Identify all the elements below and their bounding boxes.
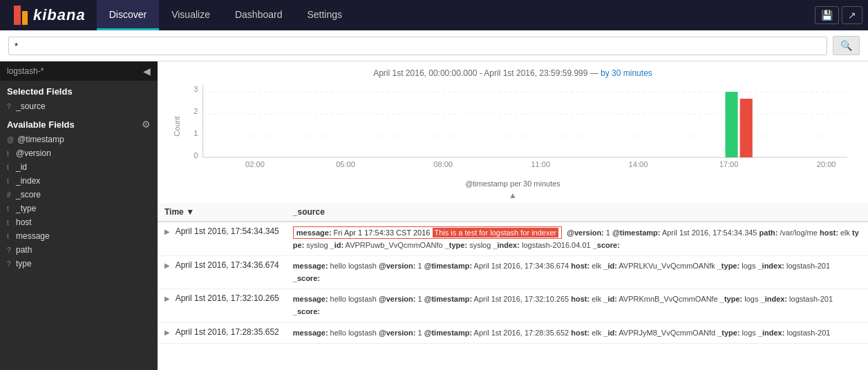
col-header-source: _source [286,203,868,222]
table-cell-source: message: hello logstash @version: 1 @tim… [286,322,868,344]
field-type-id: t [7,164,12,171]
chart-date-range: April 1st 2016, 00:00:00.000 - April 1st… [171,68,854,78]
field-index[interactable]: t _index [0,174,158,188]
field-type-version: t [7,150,12,157]
field-path[interactable]: ? path [0,243,158,257]
nav-dashboard[interactable]: Dashboard [223,0,295,30]
index-name: logstash-* [7,66,44,76]
nav-visualize[interactable]: Visualize [159,0,223,30]
share-button[interactable]: ↗ [842,6,862,24]
table-cell-source: message: Fri Apr 1 17:54:33 CST 2016 Thi… [286,222,868,256]
svg-text:1: 1 [194,129,198,137]
available-fields-header: Available Fields ⚙ [0,113,158,133]
source-rest-3: message: hello logstash @version: 1 @tim… [293,295,833,315]
chart-container: 3 2 1 0 Count 02:00 05:00 08:00 11:00 14… [171,81,854,178]
table-cell-time: ▶ April 1st 2016, 17:28:35.652 [158,322,286,344]
field-name-host: host [16,217,32,227]
logo-text: kibana [33,6,86,24]
field-name-timestamp: @timestamp [17,135,64,144]
field-type-score: # [7,191,12,199]
field-id[interactable]: t _id [0,160,158,174]
svg-rect-17 [725,92,737,157]
table-row: ▶ April 1st 2016, 17:54:34.345 message: … [158,222,868,256]
field-message[interactable]: t message [0,229,158,243]
svg-text:05:00: 05:00 [336,160,355,168]
col-header-time[interactable]: Time ▼ [158,203,286,222]
field-host[interactable]: t host [0,215,158,229]
field-type-index: t [7,177,12,185]
sidebar: logstash-* ◀ Selected Fields ? _source A… [0,61,158,370]
chart-date-link[interactable]: by 30 minutes [601,68,652,78]
field-score[interactable]: # _score [0,188,158,202]
field-name-type: _type [16,204,36,213]
field-type-source: ? [7,103,12,110]
table-cell-time: ▶ April 1st 2016, 17:34:36.674 [158,256,286,289]
field-type-timestamp: @ [7,136,14,144]
svg-text:17:00: 17:00 [719,160,739,168]
svg-text:2: 2 [194,107,198,115]
selected-fields-title: Selected Fields [0,81,158,99]
expand-button[interactable]: ▶ [164,262,170,269]
expand-button[interactable]: ▶ [164,329,170,336]
table-row: ▶ April 1st 2016, 17:34:36.674 message: … [158,256,868,289]
expand-button[interactable]: ▶ [164,228,170,235]
svg-text:20:00: 20:00 [817,160,836,168]
selected-field-source[interactable]: ? _source [0,99,158,113]
sidebar-collapse-arrow[interactable]: ◀ [143,66,151,77]
svg-text:08:00: 08:00 [433,160,453,168]
field-type-typef: ? [7,260,12,268]
nav-discover[interactable]: Discover [97,0,159,30]
source-highlight: message: Fri Apr 1 17:54:33 CST 2016 Thi… [293,226,562,239]
nav-actions: 💾 ↗ [815,6,868,24]
search-input[interactable] [8,37,827,55]
table-cell-time: ▶ April 1st 2016, 17:54:34.345 [158,222,286,256]
table-cell-source: message: hello logstash @version: 1 @tim… [286,256,868,289]
field-timestamp[interactable]: @ @timestamp [0,133,158,146]
table-row: ▶ April 1st 2016, 17:28:35.652 message: … [158,322,868,344]
field-name-source: _source [16,101,46,111]
field-type-type: t [7,205,12,213]
top-nav: kibana Discover Visualize Dashboard Sett… [0,0,868,30]
field-name-path: path [16,245,32,255]
field-type-row[interactable]: t _type [0,202,158,215]
field-type-path: ? [7,246,12,254]
svg-text:3: 3 [194,85,198,93]
field-name-index: _index [16,176,40,186]
available-fields-title: Available Fields [7,119,75,130]
gear-icon[interactable]: ⚙ [142,119,151,130]
nav-settings[interactable]: Settings [294,0,355,30]
field-name-version: @version [16,148,51,158]
svg-text:0: 0 [194,151,198,159]
svg-text:Count: Count [173,116,181,136]
chart-area: April 1st 2016, 00:00:00.000 - April 1st… [158,61,868,188]
nav-links: Discover Visualize Dashboard Settings [97,0,355,30]
content-area: April 1st 2016, 00:00:00.000 - April 1st… [158,61,868,370]
main-layout: logstash-* ◀ Selected Fields ? _source A… [0,61,868,370]
save-button[interactable]: 💾 [815,6,839,24]
sidebar-index[interactable]: logstash-* ◀ [0,61,158,81]
field-name-id: _id [16,162,27,172]
table-row: ▶ April 1st 2016, 17:32:10.265 message: … [158,289,868,322]
field-type-field[interactable]: ? type [0,257,158,271]
svg-rect-18 [740,99,753,157]
field-name-typef: type [16,259,32,269]
table-cell-time: ▶ April 1st 2016, 17:32:10.265 [158,289,286,322]
svg-text:11:00: 11:00 [531,160,550,168]
chart-x-label: @timestamp per 30 minutes [171,179,854,188]
results-table: Time ▼ _source ▶ April 1st 2016, 17:54:3… [158,203,868,344]
field-type-message: t [7,233,12,240]
svg-text:14:00: 14:00 [629,160,648,168]
svg-text:02:00: 02:00 [245,160,265,168]
field-version[interactable]: t @version [0,146,158,160]
kibana-logo: kibana [0,6,97,25]
table-cell-source: message: hello logstash @version: 1 @tim… [286,289,868,322]
field-type-host: t [7,219,12,226]
chart-svg: 3 2 1 0 Count 02:00 05:00 08:00 11:00 14… [171,81,854,171]
source-rest-2: message: hello logstash @version: 1 @tim… [293,262,830,282]
search-button[interactable]: 🔍 [833,36,860,55]
source-rest-4: message: hello logstash @version: 1 @tim… [293,329,831,337]
field-name-message: message [16,231,50,241]
search-bar: 🔍 [0,30,868,61]
expand-button[interactable]: ▶ [164,295,170,302]
chart-collapse-button[interactable]: ▲ [158,188,868,203]
